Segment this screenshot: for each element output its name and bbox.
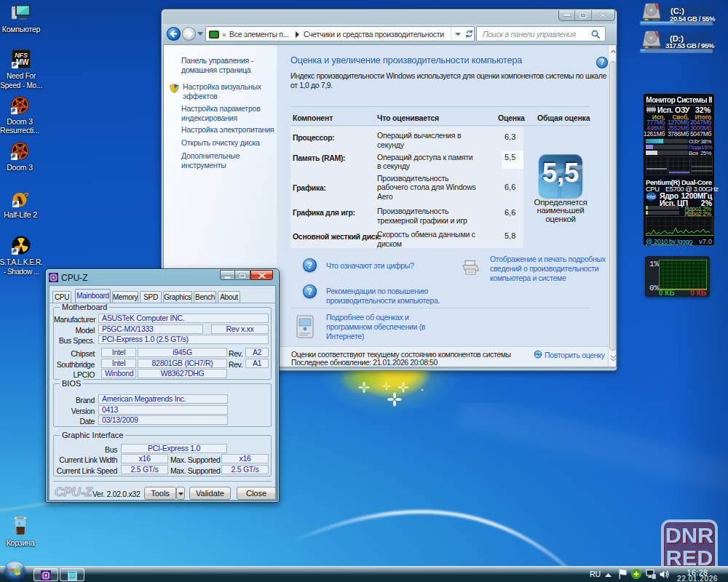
svg-text:intel: intel: [647, 194, 656, 199]
svg-text:2: 2: [26, 192, 29, 197]
